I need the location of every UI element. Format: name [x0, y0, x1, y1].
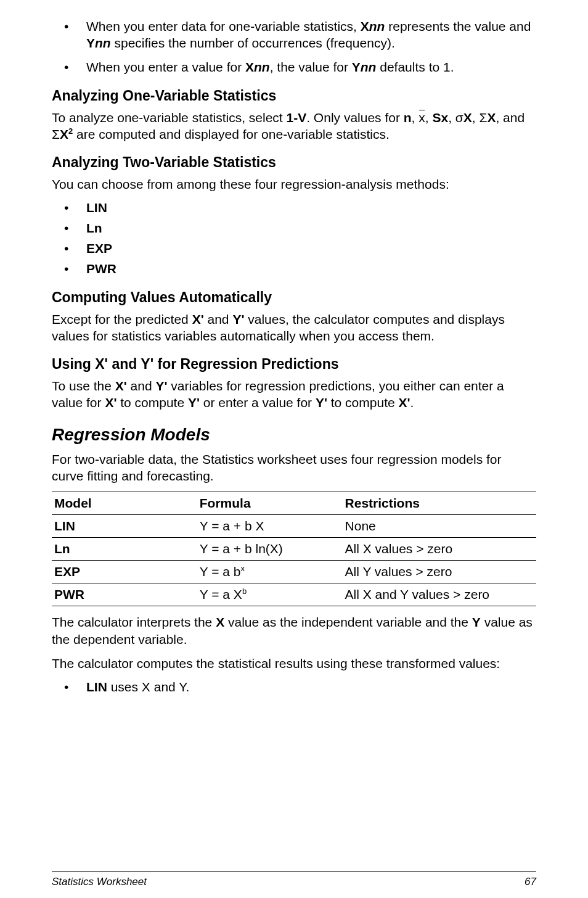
section-one-var-title: Analyzing One-Variable Statistics: [52, 87, 536, 105]
section-two-var-title: Analyzing Two-Variable Statistics: [52, 154, 536, 172]
section-xy-title: Using X' and Y' for Regression Predictio…: [52, 355, 536, 374]
table-row: EXP Y = a bx All Y values > zero: [52, 561, 536, 583]
th-restrictions: Restrictions: [343, 492, 536, 515]
method-lin: LIN: [52, 200, 536, 216]
intro-bullet-1: When you enter data for one-variable sta…: [52, 19, 536, 52]
section-auto-body: Except for the predicted X' and Y' value…: [52, 311, 536, 345]
section-one-var-body: To analyze one-variable statistics, sele…: [52, 109, 536, 143]
after-table-2: The calculator computes the statistical …: [52, 655, 536, 672]
table-row: Ln Y = a + b ln(X) All X values > zero: [52, 538, 536, 561]
th-formula: Formula: [197, 492, 343, 515]
transformed-list: LIN uses X and Y.: [52, 679, 536, 696]
method-ln: Ln: [52, 220, 536, 237]
table-row: PWR Y = a Xb All X and Y values > zero: [52, 583, 536, 606]
section-xy-body: To use the X' and Y' variables for regre…: [52, 377, 536, 411]
regression-models-title: Regression Models: [52, 425, 536, 445]
after-table-1: The calculator interprets the X value as…: [52, 614, 536, 648]
method-pwr: PWR: [52, 261, 536, 278]
th-model: Model: [52, 492, 197, 515]
section-auto-title: Computing Values Automatically: [52, 289, 536, 307]
intro-bullet-list: When you enter data for one-variable sta…: [52, 19, 536, 76]
method-exp: EXP: [52, 241, 536, 257]
page-footer: Statistics Worksheet 67: [52, 871, 536, 888]
section-two-var-body: You can choose from among these four reg…: [52, 176, 536, 192]
intro-bullet-2: When you enter a value for Xnn, the valu…: [52, 59, 536, 76]
lin-uses: LIN uses X and Y.: [52, 679, 536, 696]
footer-page-number: 67: [525, 876, 536, 888]
method-list: LIN Ln EXP PWR: [52, 200, 536, 278]
regression-intro: For two-variable data, the Statistics wo…: [52, 451, 536, 485]
footer-left: Statistics Worksheet: [52, 876, 147, 888]
models-table: Model Formula Restrictions LIN Y = a + b…: [52, 492, 536, 606]
table-row: LIN Y = a + b X None: [52, 515, 536, 538]
